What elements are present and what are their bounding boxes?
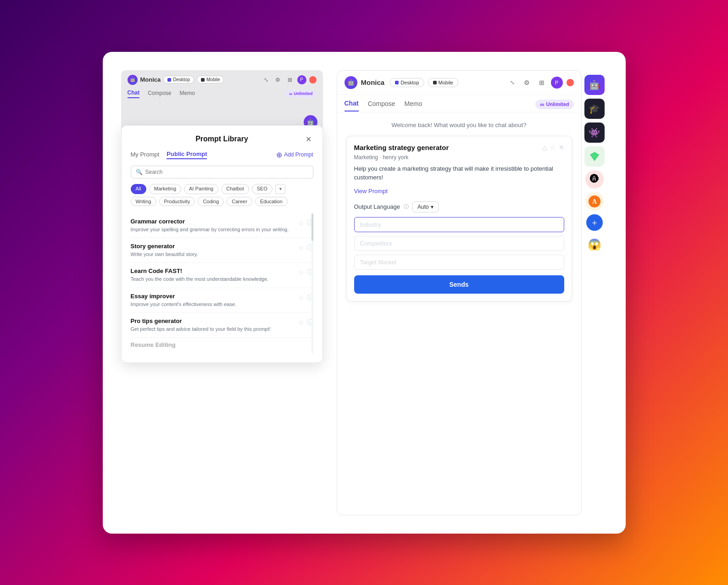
filter-coding[interactable]: Coding — [198, 197, 224, 206]
expand-icon[interactable]: ⤡ — [261, 75, 271, 84]
popup-card-meta: Marketing · henry york — [354, 154, 564, 161]
outer-card: 🤖 Monica Desktop Mobile ⤡ ⚙ ⊞ P × — [103, 52, 626, 534]
small-mobile-btn[interactable]: Mobile — [197, 76, 224, 84]
large-tab-chat[interactable]: Chat — [345, 100, 359, 111]
large-desktop-dot — [395, 81, 399, 84]
more-filters-btn[interactable]: ▾ — [275, 184, 285, 194]
filter-productivity[interactable]: Productivity — [159, 197, 195, 206]
large-tab-compose[interactable]: Compose — [368, 100, 395, 111]
star-icon-grammar[interactable]: ☆ — [298, 219, 304, 227]
sidebar-a2-icon[interactable]: A — [585, 192, 604, 211]
marketing-popup-card: Marketing strategy generator △ ☆ ✕ Marke… — [346, 136, 572, 301]
prompt-tabs: My Prompt Public Prompt ⊕ Add Prompt — [131, 150, 313, 159]
large-mobile-btn[interactable]: Mobile — [428, 78, 458, 87]
close-card-icon[interactable]: ✕ — [559, 144, 564, 151]
prompt-name-code: Learn Code FAST! — [131, 267, 298, 274]
prompt-item-resume: Resume Editing — [131, 338, 313, 353]
desktop-dot — [167, 78, 171, 82]
prompt-library-modal: Prompt Library ✕ My Prompt Public Prompt… — [121, 125, 323, 363]
prompt-name-resume: Resume Editing — [131, 341, 313, 348]
right-panel: 🤖 Monica Desktop Mobile ⤡ ⚙ ⊞ P — [337, 70, 607, 515]
small-tab-compose[interactable]: Compose — [148, 90, 171, 98]
target-market-input[interactable] — [354, 255, 564, 270]
competitors-input[interactable] — [354, 236, 564, 251]
prompt-actions-tips: ☆ ⓘ — [298, 318, 313, 327]
output-lang-row: Output Language ⓘ Auto ▾ — [354, 201, 564, 212]
profile-icon-sm[interactable]: P — [297, 75, 306, 84]
large-desktop-btn[interactable]: Desktop — [390, 78, 424, 87]
tab-public-prompt[interactable]: Public Prompt — [167, 150, 207, 159]
prompt-desc-story: Write your own beautiful story. — [131, 251, 298, 258]
large-settings-icon[interactable]: ⚙ — [522, 77, 533, 88]
prompt-actions-story: ☆ ⓘ — [298, 243, 313, 252]
filter-writing[interactable]: Writing — [131, 197, 156, 206]
prompt-name-tips: Pro tips generator — [131, 318, 298, 324]
main-app: 🤖 Monica Desktop Mobile ⤡ ⚙ ⊞ P — [337, 70, 582, 515]
prompt-name-grammar: Grammar corrector — [131, 218, 298, 225]
tab-my-prompt[interactable]: My Prompt — [131, 151, 160, 159]
large-tab-memo[interactable]: Memo — [405, 100, 422, 111]
sidebar-bot-icon[interactable]: 👾 — [584, 123, 605, 143]
large-close-btn[interactable]: × — [567, 79, 574, 86]
add-prompt-btn[interactable]: ⊕ Add Prompt — [276, 150, 313, 159]
filter-education[interactable]: Education — [255, 197, 288, 206]
industry-input[interactable] — [354, 217, 564, 232]
sidebar-tutor-icon[interactable]: 🎓 — [584, 99, 605, 119]
warning-icon[interactable]: △ — [542, 144, 547, 151]
sidebar-monica-icon[interactable]: 🤖 — [584, 75, 605, 95]
sidebar-gem-icon[interactable] — [584, 146, 605, 167]
output-lang-select[interactable]: Auto ▾ — [412, 201, 439, 212]
large-mobile-dot — [433, 81, 437, 84]
large-profile-btn[interactable]: P — [551, 77, 563, 89]
filter-marketing[interactable]: Marketing — [149, 184, 181, 194]
search-icon: 🔍 — [136, 169, 143, 175]
prompt-name-story: Story generator — [131, 243, 298, 250]
prompt-desc-grammar: Improve your spelling and grammar by cor… — [131, 226, 298, 233]
sends-button[interactable]: Sends — [354, 275, 564, 294]
close-modal-btn[interactable]: ✕ — [304, 135, 313, 144]
prompt-library-title: Prompt Library — [195, 135, 248, 143]
star-icon-essay[interactable]: ☆ — [298, 294, 304, 301]
large-titlebar: 🤖 Monica Desktop Mobile ⤡ ⚙ ⊞ P — [337, 71, 581, 95]
star-icon-tips[interactable]: ☆ — [298, 319, 304, 326]
small-tab-memo[interactable]: Memo — [180, 90, 195, 98]
prompt-actions-code: ☆ ⓘ — [298, 267, 313, 277]
large-expand-icon[interactable]: ⤡ — [507, 77, 518, 88]
settings-icon[interactable]: ⚙ — [273, 75, 283, 84]
large-titlebar-icons: ⤡ ⚙ ⊞ P × — [507, 77, 574, 89]
prompt-item-tips: Pro tips generator Get perfect tips and … — [131, 313, 313, 338]
scrollbar-thumb[interactable] — [311, 213, 313, 241]
prompt-item-code: Learn Code FAST! Teach you the code with… — [131, 263, 313, 288]
close-btn-sm[interactable]: × — [309, 76, 317, 84]
filter-all[interactable]: All — [131, 184, 146, 194]
small-tab-chat[interactable]: Chat — [128, 89, 140, 98]
prompt-list: Grammar corrector Improve your spelling … — [131, 213, 313, 354]
large-grid-icon[interactable]: ⊞ — [536, 77, 547, 88]
search-box[interactable]: 🔍 — [131, 166, 313, 178]
small-desktop-btn[interactable]: Desktop — [163, 76, 194, 84]
filter-career[interactable]: Career — [227, 197, 252, 206]
sidebar-add-icon[interactable]: ＋ — [586, 214, 603, 231]
small-titlebar: 🤖 Monica Desktop Mobile ⤡ ⚙ ⊞ P × — [128, 75, 317, 85]
sidebar-emoji-icon[interactable]: 😱 — [584, 234, 605, 255]
grid-icon[interactable]: ⊞ — [285, 75, 295, 84]
prompt-desc-essay: Improve your content's effectiveness wit… — [131, 301, 298, 308]
view-prompt-link[interactable]: View Prompt — [354, 188, 388, 195]
welcome-text: Welcome back! What would you like to cha… — [346, 122, 572, 128]
filter-ai-painting[interactable]: AI Painting — [184, 184, 218, 194]
prompt-desc-code: Teach you the code with the most underst… — [131, 276, 298, 283]
output-lang-value: Auto — [417, 204, 429, 210]
star-icon-code[interactable]: ☆ — [298, 269, 304, 276]
star-icon-card[interactable]: ☆ — [550, 144, 556, 151]
small-unlimited-badge: ∞ Unlimited — [285, 90, 316, 97]
filter-chatbot[interactable]: Chatbot — [221, 184, 249, 194]
search-input[interactable] — [145, 169, 308, 175]
sidebar-a1-icon[interactable]: 🅐 — [585, 170, 604, 189]
popup-card-icons: △ ☆ ✕ — [542, 144, 564, 151]
popup-card-header: Marketing strategy generator △ ☆ ✕ — [354, 144, 564, 151]
filter-seo[interactable]: SEO — [252, 184, 272, 194]
prompt-library-header: Prompt Library ✕ — [131, 135, 313, 143]
popup-card-desc: Help you create a marketing strategy tha… — [354, 164, 564, 182]
small-app-window: 🤖 Monica Desktop Mobile ⤡ ⚙ ⊞ P × — [121, 70, 323, 134]
star-icon-story[interactable]: ☆ — [298, 244, 304, 251]
